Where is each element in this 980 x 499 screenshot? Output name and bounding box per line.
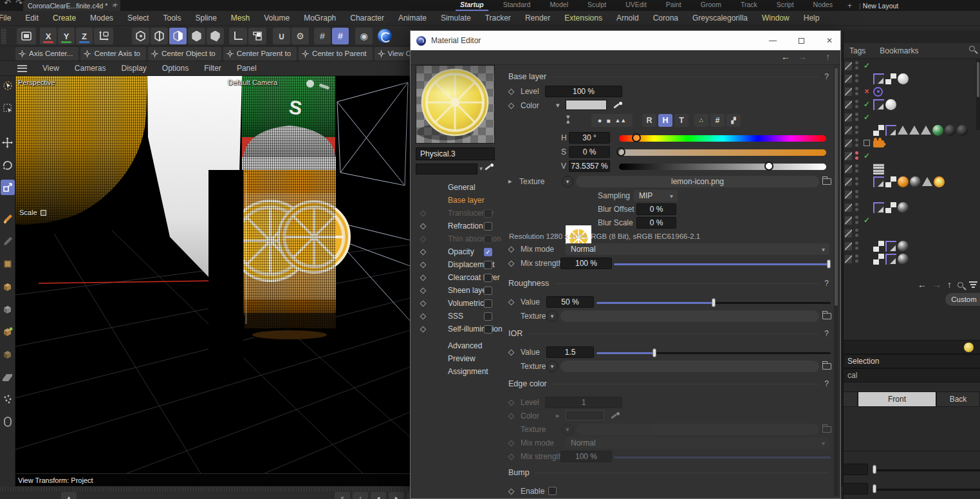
redo-icon[interactable]: ↷ <box>15 0 23 8</box>
tile-slider[interactable] <box>873 489 980 491</box>
filter-icon[interactable] <box>969 281 977 288</box>
layer-icon[interactable] <box>845 203 852 212</box>
x-axis-lock-button[interactable]: X <box>40 28 57 44</box>
button-center-to-parent[interactable]: Center to Parent <box>299 47 372 61</box>
play-backwards-button[interactable]: ◂ <box>371 492 386 499</box>
object-row[interactable]: ✓ <box>844 59 980 72</box>
phong-tag-icon[interactable] <box>873 202 884 213</box>
edges-mode-button[interactable] <box>151 28 168 44</box>
hue-field[interactable]: 30 ° <box>569 132 610 144</box>
sphere-white-tag-icon[interactable] <box>885 99 896 110</box>
document-tab[interactable]: CoronaClearE...finite.c4d * × <box>23 0 120 11</box>
phong-tag-icon[interactable] <box>885 241 896 252</box>
object-manager-scrollbar[interactable] <box>976 59 980 130</box>
folder-icon[interactable] <box>822 363 831 370</box>
object-row[interactable]: ✓ <box>844 98 980 111</box>
channel-anim-diamond-icon[interactable] <box>420 261 427 268</box>
material-type-dropdown[interactable] <box>416 164 477 174</box>
channel-base-layer[interactable]: Base layer <box>416 194 495 207</box>
channel-clearcoat-layer[interactable]: Clearcoat layer <box>416 271 495 284</box>
visibility-dots-icon[interactable] <box>855 164 858 173</box>
menu-character[interactable]: Character <box>343 14 391 23</box>
layer-icon[interactable] <box>845 62 852 70</box>
menu-tools[interactable]: Tools <box>156 14 188 23</box>
viewport-menu-icon[interactable] <box>17 65 27 72</box>
check-icon[interactable]: ✓ <box>862 113 872 122</box>
saturation-slider[interactable] <box>619 149 826 156</box>
visibility-dots-icon[interactable] <box>855 113 858 122</box>
roughness-value-field[interactable]: 50 % <box>546 296 594 308</box>
frame-tool-button[interactable] <box>17 28 36 44</box>
visibility-dots-icon[interactable] <box>855 190 858 199</box>
checker-tag-icon[interactable] <box>885 202 896 213</box>
menu-create[interactable]: Create <box>46 14 83 23</box>
tile-slider[interactable] <box>873 469 980 471</box>
layer-icon[interactable] <box>845 100 852 109</box>
saturation-field[interactable]: 0 % <box>569 146 610 158</box>
blur-scale-field[interactable]: 0 % <box>636 217 676 229</box>
coordinate-system-button[interactable] <box>94 28 113 44</box>
visibility-dots-icon[interactable] <box>855 229 858 238</box>
nav-forward-icon[interactable]: → <box>798 52 807 62</box>
bump-enable-checkbox[interactable] <box>548 487 557 495</box>
anim-diamond-icon[interactable] <box>508 247 515 253</box>
nav-up-icon[interactable]: ↑ <box>947 279 952 290</box>
z-axis-lock-button[interactable]: Z <box>76 28 93 44</box>
new-layout-button[interactable]: New Layout <box>863 2 898 10</box>
phong-tag-icon[interactable] <box>885 125 896 136</box>
channel-preview[interactable]: Preview <box>416 352 495 365</box>
layer-icon[interactable] <box>845 88 852 96</box>
side-both-button[interactable]: Both <box>843 391 858 407</box>
texture-file-field[interactable]: lemon-icon.png <box>576 176 819 187</box>
visibility-dots-icon[interactable] <box>855 151 858 160</box>
object-row[interactable]: ✓ <box>844 111 980 124</box>
sphere-lemon-tag-icon[interactable] <box>934 176 945 187</box>
play-button[interactable]: ▸ <box>389 492 404 499</box>
channel-checkbox[interactable] <box>484 299 492 308</box>
sphere-chrome-tag-icon[interactable] <box>898 241 909 252</box>
model-mode-button[interactable] <box>188 28 205 44</box>
texture-mode-button[interactable] <box>207 28 224 44</box>
anim-diamond-icon[interactable] <box>508 489 515 495</box>
value-slider-handle[interactable] <box>764 162 773 171</box>
viewport-menu-filter[interactable]: Filter <box>196 64 229 73</box>
texture-dropdown-icon[interactable]: ▾ <box>562 176 573 187</box>
capsule-tool[interactable] <box>1 414 15 429</box>
channel-checkbox[interactable] <box>484 274 492 282</box>
timeline-up-button[interactable]: ▲ <box>61 492 77 499</box>
minimize-button[interactable]: — <box>762 31 784 50</box>
search-icon[interactable] <box>957 282 963 288</box>
menu-select[interactable]: Select <box>120 14 156 23</box>
visibility-dots-icon[interactable] <box>855 254 858 263</box>
snap-magnet-button[interactable]: ∪ <box>273 28 290 44</box>
check-icon[interactable]: ✓ <box>862 100 872 109</box>
channel-anim-diamond-icon[interactable] <box>420 300 427 306</box>
close-button[interactable]: ✕ <box>818 31 840 50</box>
side-front-button[interactable]: Front <box>858 391 936 407</box>
points-mode-button[interactable] <box>132 28 149 44</box>
menu-spline[interactable]: Spline <box>188 14 223 23</box>
value-slider[interactable] <box>619 164 826 170</box>
sampling-dropdown[interactable]: MIP▾ <box>634 190 678 202</box>
channel-anim-diamond-icon[interactable] <box>420 287 427 294</box>
temperature-mode-button[interactable]: T <box>674 114 689 127</box>
bookmarks-column-header[interactable]: Bookmarks <box>880 46 918 55</box>
layout-tab-uvedit[interactable]: UVEdit <box>616 0 656 11</box>
object-row[interactable]: ✓ <box>844 149 980 162</box>
viewport-menu-options[interactable]: Options <box>154 64 196 73</box>
menu-edit[interactable]: Edit <box>18 14 46 23</box>
checker-tag-icon[interactable] <box>873 125 884 136</box>
texture-dropdown-icon[interactable]: ▾ <box>546 310 558 322</box>
color-swatch[interactable] <box>566 100 607 110</box>
channel-checkbox[interactable] <box>484 312 492 321</box>
nav-forward-icon[interactable]: → <box>932 279 941 290</box>
channel-checkbox[interactable] <box>484 235 492 243</box>
grid-button[interactable]: # <box>314 28 331 44</box>
anim-diamond-icon[interactable] <box>508 89 515 95</box>
phong-tag-icon[interactable] <box>873 99 884 110</box>
layout-tab-script[interactable]: Script <box>767 0 804 11</box>
nav-up-icon[interactable]: ↑ <box>826 52 830 62</box>
visibility-dots-icon[interactable] <box>855 203 858 212</box>
button-center-axis-to[interactable]: Center Axis to <box>80 47 146 61</box>
tile-value-field[interactable]: 6 <box>843 464 868 475</box>
